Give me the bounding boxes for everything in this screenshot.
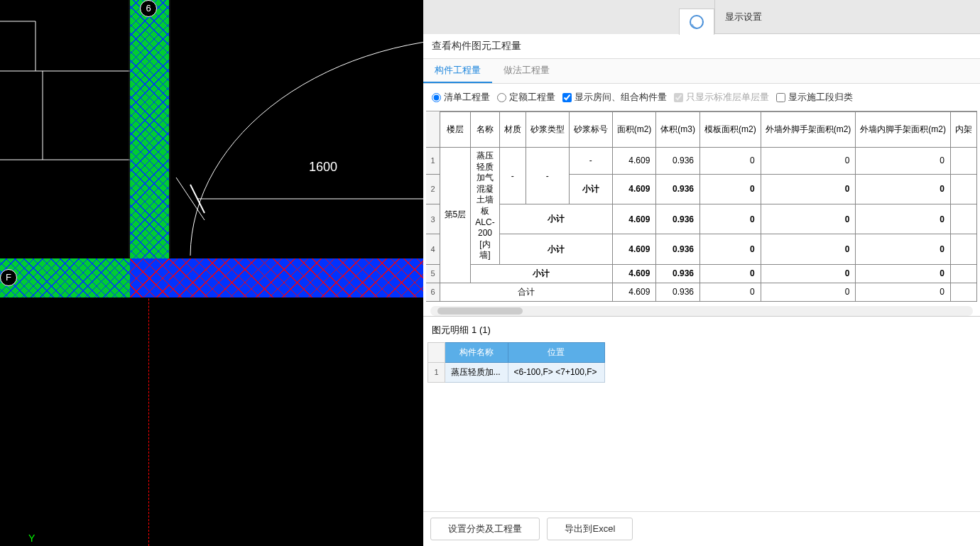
detail-title: 图元明细 1 (1) [428, 321, 976, 339]
th-ext-scaffold: 外墙外脚手架面积(m2) [761, 112, 856, 148]
wall-corner-hatch [130, 258, 169, 297]
table-row[interactable]: 5 小计 4.609 0.936 0 0 0 [426, 264, 976, 283]
check-show-room[interactable]: 显示房间、组合构件量 [562, 91, 667, 104]
th-int-scaffold: 外墙内脚手架面积(m2) [856, 112, 951, 148]
th-name: 名称 [471, 112, 499, 148]
right-panel: 显示设置 查看构件图元工程量 构件工程量 做法工程量 清单工程量 定额工程量 显… [423, 0, 980, 546]
grid-marker-6: 6 [140, 0, 157, 17]
detail-table: 构件名称 位置 1 蒸压轻质加... <6-100,F> <7+100,F> [428, 342, 605, 383]
detail-row[interactable]: 1 蒸压轻质加... <6-100,F> <7+100,F> [428, 362, 605, 382]
th-material: 材质 [499, 112, 526, 148]
bottom-button-bar: 设置分类及工程量 导出到Excel [423, 511, 980, 546]
panel-title: 查看构件图元工程量 [423, 34, 980, 59]
display-settings-button[interactable]: 显示设置 [714, 0, 980, 34]
top-tab-ellipse[interactable] [679, 9, 714, 35]
ellipse-icon [690, 15, 704, 29]
wall-hatch-left [0, 258, 130, 297]
svg-line-0 [176, 178, 205, 220]
grid-marker-F: F [0, 269, 17, 286]
quantity-panel: 查看构件图元工程量 构件工程量 做法工程量 清单工程量 定额工程量 显示房间、组… [423, 34, 980, 546]
table-row[interactable]: 4 小计 4.609 0.936 0 0 0 [426, 234, 976, 264]
set-category-button[interactable]: 设置分类及工程量 [430, 518, 540, 540]
detail-section: 图元明细 1 (1) 构件名称 位置 1 蒸压轻质加... <6- [423, 316, 980, 511]
th-floor: 楼层 [440, 112, 471, 148]
table-row-total[interactable]: 6 合计 4.609 0.936 0 0 0 [426, 283, 976, 301]
export-excel-button[interactable]: 导出到Excel [547, 518, 633, 540]
table-row[interactable]: 1 第5层 蒸压轻质加气混凝土墙板ALC-200 [内墙] - - - 4.60… [426, 148, 976, 175]
check-std-floor[interactable]: 只显示标准层单层量 [674, 91, 769, 104]
drawing-canvas[interactable]: 1600 6 8 F Y [0, 0, 423, 546]
outline-lines [0, 0, 423, 298]
tab-component-qty[interactable]: 构件工程量 [423, 59, 492, 83]
filter-bar: 清单工程量 定额工程量 显示房间、组合构件量 只显示标准层单层量 显示施工段归类 [423, 84, 980, 111]
th-int: 内架 [951, 112, 977, 148]
axis-y-label: Y [28, 533, 35, 544]
wall-blue-hatch [169, 258, 423, 297]
radio-quota-qty[interactable]: 定额工程量 [497, 91, 555, 104]
check-construction-section[interactable]: 显示施工段归类 [776, 91, 853, 104]
th-component-name: 构件名称 [445, 342, 508, 362]
wall-hatch [130, 0, 169, 258]
sub-tabs: 构件工程量 做法工程量 [423, 59, 980, 84]
top-tab-bar: 显示设置 [423, 0, 980, 34]
th-area: 面积(m2) [612, 112, 656, 148]
tab-method-qty[interactable]: 做法工程量 [492, 59, 561, 83]
radio-list-qty[interactable]: 清单工程量 [432, 91, 490, 104]
th-position: 位置 [508, 342, 605, 362]
th-formwork: 模板面积(m2) [699, 112, 761, 148]
dimension-value: 1600 [309, 160, 337, 175]
quantity-table-wrap[interactable]: 楼层 名称 材质 砂浆类型 砂浆标号 面积(m2) 体积(m3) 模板面积(m2… [426, 111, 977, 302]
horizontal-scrollbar[interactable] [430, 306, 973, 316]
dimension-line [169, 170, 423, 249]
svg-line-3 [190, 185, 205, 213]
th-mortar-grade: 砂浆标号 [569, 112, 612, 148]
table-row[interactable]: 3 小计 4.609 0.936 0 0 0 [426, 204, 976, 234]
door-arc [169, 36, 423, 263]
quantity-table: 楼层 名称 材质 砂浆类型 砂浆标号 面积(m2) 体积(m3) 模板面积(m2… [426, 111, 977, 302]
th-mortar-type: 砂浆类型 [526, 112, 569, 148]
th-volume: 体积(m3) [656, 112, 700, 148]
